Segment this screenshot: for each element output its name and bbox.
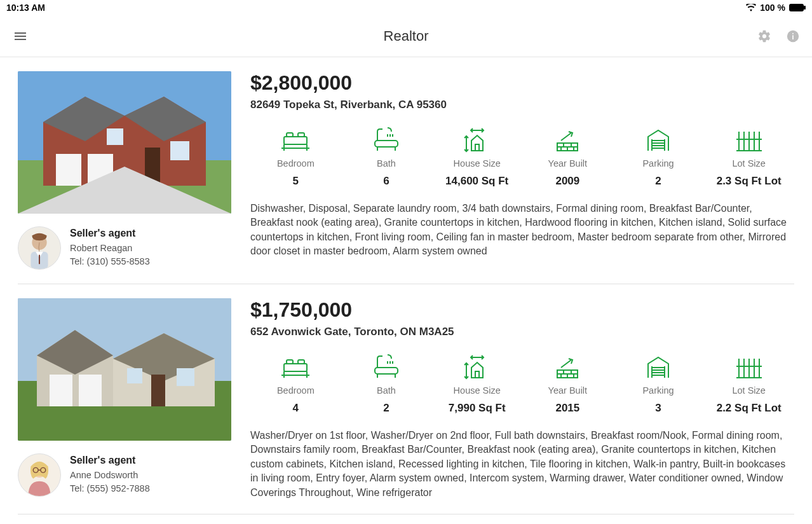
agent-name: Anne Dodsworth [70, 469, 150, 481]
bath-icon [341, 127, 432, 153]
stat-value: 2.3 Sq Ft Lot [703, 175, 794, 188]
stat-label: House Size [431, 158, 522, 169]
listing-description: Washer/Dryer on 1st floor, Washer/Dryer … [250, 429, 794, 500]
agent-info: Seller's agent Anne Dodsworth Tel: (555)… [70, 453, 150, 495]
listing-stats: Bedroom 4 Bath 2 House Size 7,990 Sq Ft [250, 354, 794, 415]
svg-rect-28 [475, 144, 479, 151]
svg-rect-15 [39, 255, 40, 265]
stat-lotsize: Lot Size 2.2 Sq Ft Lot [703, 354, 794, 415]
parking-icon [613, 127, 704, 153]
svg-rect-21 [298, 133, 304, 137]
agent-phone: Tel: (555) 952-7888 [70, 482, 150, 495]
stat-label: Lot Size [703, 385, 794, 396]
stat-housesize: House Size 14,600 Sq Ft [431, 127, 522, 188]
lot-size-icon [703, 127, 794, 153]
listing-price: $1,750,000 [250, 298, 794, 322]
stat-lotsize: Lot Size 2.3 Sq Ft Lot [703, 127, 794, 188]
svg-rect-55 [151, 375, 165, 406]
stat-parking: Parking 3 [613, 354, 704, 415]
stat-bath: Bath 2 [341, 354, 432, 415]
svg-rect-68 [298, 360, 304, 364]
bed-icon [250, 127, 341, 153]
agent-role: Seller's agent [70, 226, 150, 240]
svg-rect-4 [792, 33, 794, 34]
agent-avatar[interactable] [18, 453, 61, 497]
svg-rect-3 [792, 35, 794, 39]
svg-rect-57 [127, 368, 142, 383]
stat-value: 7,990 Sq Ft [431, 402, 522, 415]
svg-rect-67 [287, 360, 293, 364]
battery-icon [789, 4, 806, 11]
agent-name: Robert Reagan [70, 242, 150, 254]
listing-left: Seller's agent Robert Reagan Tel: (310) … [18, 71, 231, 270]
stat-label: Parking [613, 158, 704, 169]
listing-stats: Bedroom 5 Bath 6 House Size 14,600 Sq Ft [250, 127, 794, 188]
listings: Seller's agent Robert Reagan Tel: (310) … [0, 57, 812, 514]
stat-label: Lot Size [703, 158, 794, 169]
svg-rect-1 [804, 6, 806, 10]
listing-right: $2,800,000 82649 Topeka St, Riverbank, C… [231, 71, 794, 270]
stat-label: Bedroom [250, 158, 341, 169]
settings-icon[interactable] [757, 29, 771, 43]
listing-price: $2,800,000 [250, 71, 794, 95]
stat-value: 2 [341, 402, 432, 415]
svg-rect-20 [287, 133, 293, 137]
svg-rect-10 [170, 141, 189, 160]
listing-card[interactable]: Seller's agent Robert Reagan Tel: (310) … [18, 57, 794, 284]
stat-label: Bedroom [250, 385, 341, 396]
house-size-icon [431, 127, 522, 153]
stat-yearbuilt: Year Built 2009 [522, 127, 613, 188]
stat-bedroom: Bedroom 4 [250, 354, 341, 415]
year-built-icon [522, 354, 613, 380]
app-title: Realtor [0, 28, 812, 45]
stat-value: 4 [250, 402, 341, 415]
listing-address: 652 Avonwick Gate, Toronto, ON M3A25 [250, 326, 794, 338]
stat-value: 2 [613, 175, 704, 188]
agent-block: Seller's agent Robert Reagan Tel: (310) … [18, 226, 231, 270]
stat-label: House Size [431, 385, 522, 396]
stat-bedroom: Bedroom 5 [250, 127, 341, 188]
agent-phone: Tel: (310) 555-8583 [70, 255, 150, 268]
agent-avatar[interactable] [18, 226, 61, 270]
svg-rect-54 [79, 375, 102, 406]
stat-label: Parking [613, 385, 704, 396]
stat-value: 14,600 Sq Ft [431, 175, 522, 188]
stat-value: 2009 [522, 175, 613, 188]
stat-label: Bath [341, 385, 432, 396]
stat-label: Year Built [522, 158, 613, 169]
house-size-icon [431, 354, 522, 380]
agent-role: Seller's agent [70, 453, 150, 467]
svg-rect-11 [107, 128, 123, 145]
stat-value: 5 [250, 175, 341, 188]
stat-label: Bath [341, 158, 432, 169]
wifi-icon [746, 4, 756, 11]
lot-size-icon [703, 354, 794, 380]
svg-rect-16 [284, 137, 307, 144]
agent-block: Seller's agent Anne Dodsworth Tel: (555)… [18, 453, 231, 497]
app-bar-actions [757, 29, 799, 43]
svg-rect-22 [375, 141, 398, 147]
info-icon[interactable] [787, 30, 799, 43]
stat-value: 2.2 Sq Ft Lot [703, 402, 794, 415]
stat-parking: Parking 2 [613, 127, 704, 188]
svg-rect-0 [789, 4, 804, 11]
svg-rect-56 [177, 368, 194, 386]
stat-bath: Bath 6 [341, 127, 432, 188]
listing-address: 82649 Topeka St, Riverbank, CA 95360 [250, 99, 794, 111]
stat-value: 2015 [522, 402, 613, 415]
svg-rect-63 [284, 364, 307, 371]
status-time: 10:13 AM [6, 3, 45, 13]
bath-icon [341, 354, 432, 380]
stat-yearbuilt: Year Built 2015 [522, 354, 613, 415]
svg-rect-53 [50, 375, 72, 406]
stat-value: 3 [613, 402, 704, 415]
listing-left: Seller's agent Anne Dodsworth Tel: (555)… [18, 298, 231, 500]
property-photo[interactable] [18, 298, 231, 441]
property-photo[interactable] [18, 71, 231, 214]
year-built-icon [522, 127, 613, 153]
svg-rect-69 [375, 368, 398, 374]
listing-card[interactable]: Seller's agent Anne Dodsworth Tel: (555)… [18, 284, 794, 514]
stat-value: 6 [341, 175, 432, 188]
menu-icon[interactable] [13, 29, 28, 44]
listing-right: $1,750,000 652 Avonwick Gate, Toronto, O… [231, 298, 794, 500]
